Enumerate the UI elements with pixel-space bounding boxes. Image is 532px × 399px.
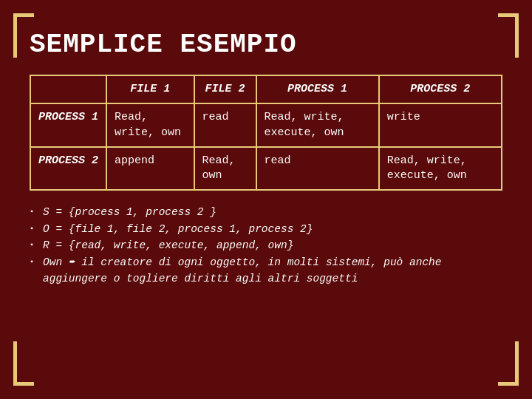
cell-p1-f2: read bbox=[194, 103, 256, 147]
list-item: R = {read, write, execute, append, own} bbox=[30, 237, 502, 253]
page-title: SEMPLICE ESEMPIO bbox=[30, 30, 502, 60]
permissions-table-wrapper: FILE 1 FILE 2 PROCESS 1 PROCESS 2 PROCES… bbox=[30, 75, 502, 191]
cell-p1-p1: Read, write, execute, own bbox=[256, 103, 379, 147]
cell-p2-p2: Read, write, execute, own bbox=[379, 147, 502, 191]
row-label-process1: PROCESS 1 bbox=[30, 103, 106, 147]
table-header-row: FILE 1 FILE 2 PROCESS 1 PROCESS 2 bbox=[30, 75, 502, 103]
cell-p1-f1: Read, write, own bbox=[106, 103, 194, 147]
table-row: PROCESS 2 append Read, own read Read, wr… bbox=[30, 147, 502, 191]
col-header-empty bbox=[30, 75, 106, 103]
bullet-list: S = {process 1, process 2 } O = {file 1,… bbox=[30, 204, 502, 287]
cell-p2-f2: Read, own bbox=[194, 147, 256, 191]
bracket-bottom-right bbox=[498, 341, 519, 386]
table-row: PROCESS 1 Read, write, own read Read, wr… bbox=[30, 103, 502, 147]
cell-p2-f1: append bbox=[106, 147, 194, 191]
cell-p1-p2: write bbox=[379, 103, 502, 147]
list-item: O = {file 1, file 2, process 1, process … bbox=[30, 221, 502, 237]
col-header-process1: PROCESS 1 bbox=[256, 75, 379, 103]
col-header-file2: FILE 2 bbox=[194, 75, 256, 103]
bracket-top-right bbox=[498, 13, 519, 58]
slide-container: SEMPLICE ESEMPIO FILE 1 FILE 2 PROCESS 1… bbox=[0, 0, 532, 399]
bracket-bottom-left bbox=[13, 341, 34, 386]
col-header-file1: FILE 1 bbox=[106, 75, 194, 103]
bracket-top-left bbox=[13, 13, 34, 58]
permissions-table: FILE 1 FILE 2 PROCESS 1 PROCESS 2 PROCES… bbox=[30, 75, 502, 191]
cell-p2-p1: read bbox=[256, 147, 379, 191]
col-header-process2: PROCESS 2 bbox=[379, 75, 502, 103]
row-label-process2: PROCESS 2 bbox=[30, 147, 106, 191]
list-item: Own ➨ il creatore di ogni oggetto, in mo… bbox=[30, 254, 502, 287]
list-item: S = {process 1, process 2 } bbox=[30, 204, 502, 220]
